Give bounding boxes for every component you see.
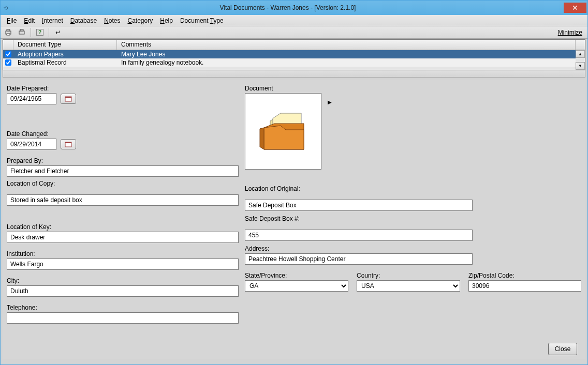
telephone-input[interactable] [7, 312, 239, 324]
svg-rect-8 [65, 142, 71, 143]
location-copy-input[interactable] [7, 194, 239, 206]
date-prepared-input[interactable] [7, 93, 56, 104]
grid-header-scroll [576, 40, 585, 50]
toolbar-separator [31, 28, 31, 37]
grid-header-doctype[interactable]: Document Type [13, 40, 117, 50]
titlebar: ⟲ Vital Documents - Warren Jones - [Vers… [1, 1, 587, 15]
zip-input[interactable] [468, 280, 581, 292]
menu-file[interactable]: File [4, 16, 20, 25]
safe-box-input[interactable] [245, 230, 473, 241]
label-country: Country: [357, 272, 460, 279]
svg-rect-2 [7, 34, 10, 35]
table-row[interactable]: Baptismal Record In family genealogy not… [3, 58, 585, 67]
help-button[interactable]: ? [34, 27, 46, 38]
row-checkbox-cell [3, 51, 13, 57]
row-checkbox-cell [3, 59, 13, 66]
print-button[interactable] [16, 27, 27, 38]
label-zip: Zip/Postal Code: [468, 272, 581, 279]
document-grid: Document Type Comments Adoption Papers M… [3, 39, 585, 70]
label-institution: Institution: [7, 250, 239, 257]
label-address: Address: [245, 245, 581, 252]
form-left-column: Date Prepared: Date Changed: Prepared By… [7, 84, 239, 355]
table-row[interactable]: Adoption Papers Mary Lee Jones [3, 50, 585, 58]
toolbar-separator-2 [49, 28, 49, 37]
label-safe-box: Safe Deposit Box #: [245, 215, 581, 222]
grid-scrollbar[interactable]: ▲ ▼ [576, 50, 585, 70]
grid-footer [3, 70, 585, 78]
label-location-copy: Location of Copy: [7, 180, 239, 187]
menubar: File Edit Internet Database Notes Catego… [1, 15, 587, 26]
date-changed-calendar-button[interactable] [61, 139, 76, 149]
location-key-input[interactable] [7, 232, 239, 243]
folder-icon [255, 103, 312, 160]
row-checkbox[interactable] [5, 59, 11, 66]
prepared-by-input[interactable] [7, 165, 239, 177]
form-panel: Date Prepared: Date Changed: Prepared By… [3, 80, 585, 359]
svg-rect-3 [19, 31, 24, 34]
window-close-button[interactable]: ✕ [564, 3, 586, 13]
calendar-icon [65, 96, 72, 102]
location-original-input[interactable] [245, 200, 473, 211]
minimize-link[interactable]: Minimize [558, 29, 585, 36]
label-location-key: Location of Key: [7, 223, 239, 231]
menu-notes[interactable]: Notes [101, 16, 123, 25]
print-preview-icon [5, 29, 12, 36]
menu-document-type[interactable]: Document Type [177, 16, 227, 25]
city-input[interactable] [7, 285, 239, 297]
svg-rect-4 [20, 29, 23, 31]
country-select[interactable]: USA [357, 280, 460, 292]
label-prepared-by: Prepared By: [7, 157, 239, 164]
calendar-icon [65, 141, 72, 147]
date-changed-input[interactable] [7, 139, 56, 150]
menu-edit[interactable]: Edit [21, 16, 38, 25]
app-window: ⟲ Vital Documents - Warren Jones - [Vers… [0, 0, 588, 365]
grid-empty-space [3, 67, 585, 70]
menu-file-rest: ile [10, 17, 17, 24]
window-title: Vital Documents - Warren Jones - [Versio… [12, 4, 564, 11]
svg-rect-6 [65, 97, 71, 98]
label-location-original: Location of Original: [245, 185, 581, 192]
row-checkbox[interactable] [5, 51, 11, 57]
statusbar [1, 361, 587, 364]
row-comments: In family genealogy notebook. [117, 59, 585, 66]
grid-header-check[interactable] [3, 40, 13, 50]
menu-category[interactable]: Category [125, 16, 156, 25]
date-prepared-calendar-button[interactable] [61, 94, 76, 104]
menu-internet[interactable]: Internet [39, 16, 66, 25]
toolbar: ? ↵ Minimize [1, 26, 587, 39]
scroll-down-button[interactable]: ▼ [576, 62, 585, 70]
label-date-changed: Date Changed: [7, 130, 239, 138]
document-next-button[interactable]: ▶ [328, 99, 332, 105]
svg-rect-1 [7, 29, 10, 31]
print-icon [18, 29, 25, 36]
label-telephone: Telephone: [7, 304, 239, 311]
form-right-column: Document ▶ Location of Original: [245, 84, 581, 355]
grid-body: Adoption Papers Mary Lee Jones Baptismal… [3, 50, 585, 70]
print-preview-button[interactable] [3, 27, 14, 38]
close-button[interactable]: Close [548, 343, 577, 355]
scroll-up-button[interactable]: ▲ [576, 50, 585, 58]
menu-help[interactable]: Help [157, 16, 176, 25]
address-input[interactable] [245, 253, 473, 265]
row-doctype: Baptismal Record [13, 59, 117, 66]
help-icon: ? [36, 29, 43, 36]
label-date-prepared: Date Prepared: [7, 85, 239, 92]
titlebar-icon: ⟲ [1, 5, 12, 11]
back-button[interactable]: ↵ [52, 27, 64, 38]
menu-database[interactable]: Database [67, 16, 100, 25]
back-icon: ↵ [55, 29, 61, 36]
row-doctype: Adoption Papers [13, 51, 117, 58]
label-city: City: [7, 277, 239, 284]
row-comments: Mary Lee Jones [117, 51, 585, 58]
state-select[interactable]: GA [245, 280, 348, 292]
label-state: State/Province: [245, 272, 348, 279]
grid-header: Document Type Comments [3, 40, 585, 50]
label-document: Document [245, 85, 581, 92]
grid-header-comments[interactable]: Comments [117, 40, 576, 50]
document-preview[interactable] [245, 93, 321, 170]
institution-input[interactable] [7, 258, 239, 270]
